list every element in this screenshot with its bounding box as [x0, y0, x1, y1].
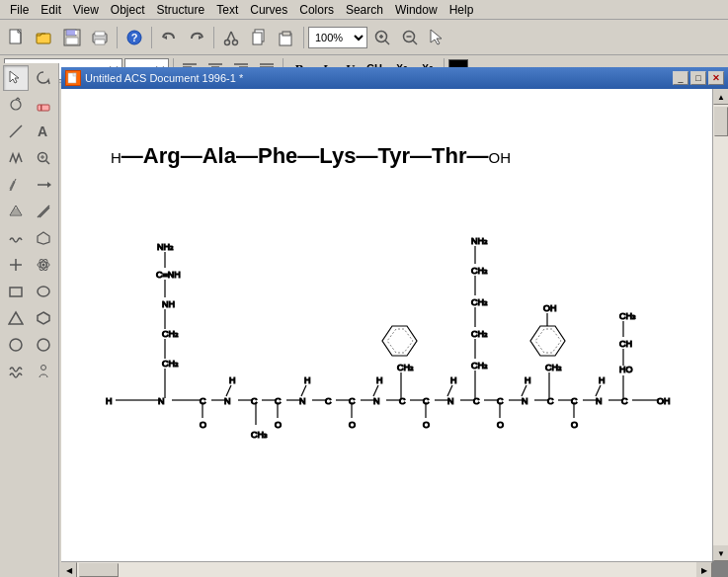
svg-text:O: O — [571, 420, 578, 430]
scroll-down-button[interactable]: ▼ — [713, 545, 728, 561]
left-toolbar: A — [0, 63, 59, 577]
circle-tool[interactable] — [3, 332, 29, 358]
help-button[interactable]: ? — [121, 25, 147, 50]
thr-label: Thr — [432, 143, 466, 168]
svg-point-16 — [233, 40, 238, 44]
menu-text[interactable]: Text — [210, 2, 244, 18]
triangle-tool[interactable] — [3, 305, 29, 331]
scroll-up-button[interactable]: ▲ — [713, 89, 728, 105]
menu-edit[interactable]: Edit — [35, 2, 67, 18]
scroll-right-button[interactable]: ▶ — [696, 562, 712, 577]
menu-view[interactable]: View — [67, 2, 105, 18]
line-tool[interactable] — [3, 119, 29, 144]
svg-text:O: O — [423, 420, 430, 430]
cut-button[interactable] — [218, 25, 244, 50]
zoom-out-button[interactable] — [397, 25, 423, 50]
select-tool[interactable] — [3, 65, 29, 91]
scroll-left-button[interactable]: ◀ — [61, 562, 77, 577]
ring-tool[interactable] — [31, 225, 56, 251]
ala-label: Ala — [202, 143, 236, 168]
svg-rect-7 — [75, 31, 77, 35]
rect-tool[interactable] — [3, 279, 29, 304]
text-tool[interactable]: A — [31, 119, 56, 144]
atom-tool[interactable] — [31, 252, 56, 278]
wavy-tool[interactable] — [3, 225, 29, 251]
svg-point-81 — [40, 366, 45, 371]
doc-icon — [65, 70, 81, 86]
menu-object[interactable]: Object — [105, 2, 151, 18]
svg-text:N: N — [447, 396, 454, 406]
separator-2 — [151, 27, 152, 48]
svg-marker-166 — [387, 329, 413, 353]
svg-line-29 — [413, 41, 417, 44]
menu-colors[interactable]: Colors — [293, 2, 340, 18]
arrow-tool[interactable] — [31, 172, 56, 198]
svg-text:CH₃: CH₃ — [619, 311, 636, 321]
lasso-tool[interactable] — [31, 65, 56, 91]
hatch2-tool[interactable] — [3, 199, 29, 224]
svg-text:H: H — [450, 375, 457, 385]
open-button[interactable] — [32, 25, 57, 50]
vertical-scrollbar[interactable]: ▲ ▼ — [712, 89, 728, 561]
ellipse-tool[interactable] — [31, 279, 56, 304]
dash-6: — — [410, 143, 432, 168]
menu-search[interactable]: Search — [340, 2, 389, 18]
zoom-select[interactable]: 100% 50% 75% 150% 200% — [308, 27, 367, 48]
menu-window[interactable]: Window — [389, 2, 444, 18]
svg-text:C: C — [473, 396, 480, 406]
canvas-area[interactable]: H — Arg — Ala — Phe — Lys — Tyr — Thr — … — [61, 89, 712, 561]
menu-help[interactable]: Help — [444, 2, 480, 18]
menu-file[interactable]: File — [4, 2, 35, 18]
zoom-tool[interactable] — [31, 145, 56, 171]
circle2-tool[interactable] — [31, 332, 56, 358]
scroll-thumb-h[interactable] — [79, 563, 119, 577]
plus-tool[interactable] — [3, 252, 29, 278]
svg-text:O: O — [349, 420, 356, 430]
eraser-tool[interactable] — [31, 92, 56, 118]
copy-button[interactable] — [246, 25, 272, 50]
rotate-tool[interactable] — [3, 92, 29, 118]
paste-button[interactable] — [274, 25, 299, 50]
peptide-label: H — Arg — Ala — Phe — Lys — Tyr — Thr — … — [111, 143, 692, 169]
svg-marker-30 — [431, 30, 442, 44]
svg-text:O: O — [200, 420, 206, 430]
menu-curves[interactable]: Curves — [244, 2, 293, 18]
menu-structure[interactable]: Structure — [151, 2, 211, 18]
person-tool[interactable] — [31, 359, 56, 384]
svg-text:N: N — [224, 396, 231, 406]
chain-tool[interactable] — [3, 145, 29, 171]
horizontal-scrollbar[interactable]: ◀ ▶ — [61, 561, 712, 577]
arg-label: Arg — [143, 143, 181, 168]
hexagon-tool[interactable] — [31, 305, 56, 331]
svg-text:CH₂: CH₂ — [471, 297, 488, 307]
squiggle-tool[interactable] — [3, 359, 29, 384]
separator-1 — [117, 27, 118, 48]
redo-button[interactable] — [184, 25, 209, 50]
document-title: Untitled ACS Document 1996-1 * — [85, 72, 671, 84]
minimize-button[interactable]: _ — [673, 71, 688, 85]
document-content: H — Arg — Ala — Phe — Lys — Tyr — Thr — … — [61, 89, 712, 561]
separator-4 — [303, 27, 304, 48]
new-button[interactable] — [4, 25, 30, 50]
print-button[interactable] — [87, 25, 113, 50]
zoom-in-button[interactable] — [369, 25, 395, 50]
tyr-label: Tyr — [377, 143, 410, 168]
maximize-button[interactable]: □ — [690, 71, 706, 85]
hatch-tool[interactable] — [3, 172, 29, 198]
close-button[interactable]: ✕ — [708, 71, 724, 85]
svg-point-48 — [11, 100, 21, 110]
svg-text:CH₂: CH₂ — [471, 361, 488, 371]
main-toolbar: ? 100% 50% 75% 150% 200% — [0, 20, 728, 55]
svg-marker-179 — [530, 326, 565, 356]
svg-line-54 — [45, 161, 49, 165]
undo-button[interactable] — [156, 25, 182, 50]
scroll-thumb-v[interactable] — [714, 107, 728, 136]
save-button[interactable] — [59, 25, 85, 50]
svg-rect-10 — [95, 40, 105, 44]
svg-text:N: N — [299, 396, 306, 406]
svg-text:N: N — [373, 396, 380, 406]
bond-tool[interactable] — [31, 199, 56, 224]
svg-line-105 — [301, 385, 306, 396]
dash-4: — — [297, 143, 319, 168]
pointer-tool[interactable] — [425, 25, 450, 50]
